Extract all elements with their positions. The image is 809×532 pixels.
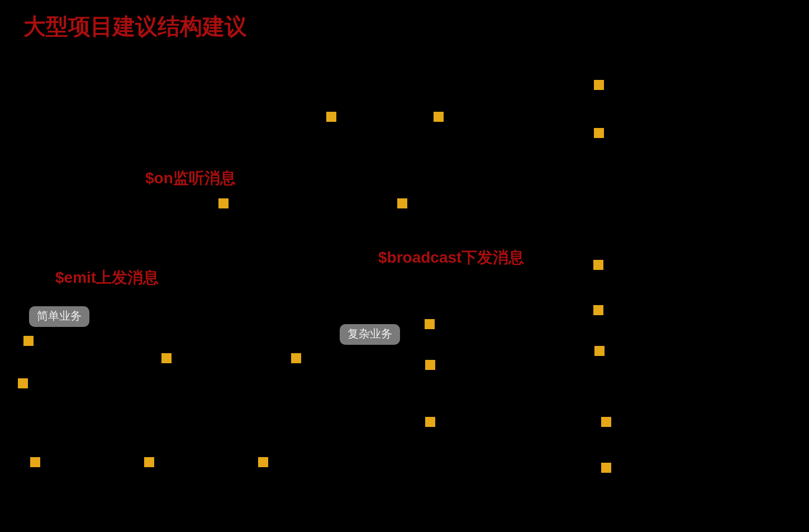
badge-complex: 复杂业务 [340,324,400,345]
label-emit: $emit上发消息 [55,267,159,288]
marker-square [594,80,604,90]
marker-square [218,198,229,208]
marker-square [30,457,40,467]
label-broadcast: $broadcast下发消息 [378,247,524,268]
badge-simple: 简单业务 [29,306,89,327]
marker-square [258,457,268,467]
page-title: 大型项目建议结构建议 [23,11,247,42]
marker-square [425,319,435,329]
diagram-stage: 大型项目建议结构建议 $on监听消息 $broadcast下发消息 $emit上… [0,0,809,532]
marker-square [397,198,407,208]
marker-square [326,112,336,122]
marker-square [425,360,435,370]
marker-square [18,378,28,388]
marker-square [601,417,611,427]
marker-square [291,353,301,363]
marker-square [425,417,435,427]
marker-square [601,463,611,473]
marker-square [144,457,154,467]
marker-square [161,353,172,363]
marker-square [593,305,603,315]
marker-square [434,112,444,122]
marker-square [594,128,604,138]
marker-square [594,346,605,356]
marker-square [23,336,34,346]
marker-square [593,260,603,270]
label-on: $on监听消息 [145,168,236,189]
